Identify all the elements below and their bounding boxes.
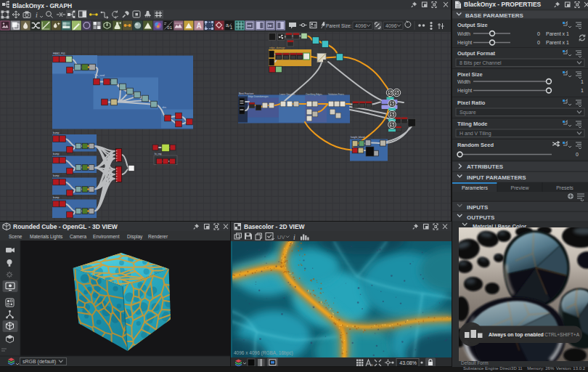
- svg-text:dirs: dirs: [163, 106, 167, 109]
- svg-text:01: 01: [167, 25, 172, 30]
- svg-text:Scene: Scene: [9, 234, 23, 239]
- svg-text:bump: bump: [53, 196, 60, 199]
- svg-text:Parameters: Parameters: [462, 185, 489, 190]
- svg-text:Camera: Camera: [70, 234, 87, 239]
- svg-text:N: N: [371, 364, 373, 366]
- svg-text:Default Form: Default Form: [461, 360, 489, 365]
- svg-text:Random Seed: Random Seed: [457, 142, 494, 148]
- svg-text:Square: Square: [460, 110, 476, 116]
- svg-text:0: 0: [576, 152, 579, 157]
- svg-text:Environment: Environment: [93, 234, 120, 239]
- svg-text:Width: Width: [457, 79, 470, 84]
- svg-text:Tiling Mode: Tiling Mode: [457, 121, 488, 127]
- svg-text:4096 x 4096 (RGBA, 16bpc): 4096 x 4096 (RGBA, 16bpc): [234, 350, 293, 356]
- svg-text:hi_rng: hi_rng: [155, 152, 162, 155]
- svg-text:OUTPUTS: OUTPUTS: [467, 214, 495, 221]
- svg-text:4096: 4096: [385, 23, 397, 28]
- svg-text:Validation Fixers: Validation Fixers: [328, 92, 344, 95]
- svg-text:1: 1: [581, 79, 584, 84]
- svg-text:i: i: [293, 233, 295, 241]
- svg-text:Parent x 1: Parent x 1: [546, 31, 569, 36]
- svg-text:0: 0: [537, 40, 540, 45]
- svg-text:BlackOnyx - PROPERTIES: BlackOnyx - PROPERTIES: [464, 1, 542, 8]
- svg-text:FBM2_P01: FBM2_P01: [53, 52, 65, 54]
- svg-text:Pixel Size: Pixel Size: [457, 71, 483, 78]
- svg-text:Edge Downdamages: Edge Downdamages: [248, 94, 269, 97]
- svg-text:Height: Height: [457, 40, 472, 46]
- svg-text:Materials: Materials: [30, 234, 49, 239]
- svg-text:Overlilting Edges: Overlilting Edges: [306, 92, 322, 95]
- svg-text:i: i: [36, 11, 38, 19]
- svg-text:Lights: Lights: [50, 234, 63, 240]
- svg-text:sRGB (default): sRGB (default): [23, 359, 56, 365]
- svg-text:Pixel Ratio: Pixel Ratio: [457, 100, 486, 106]
- svg-text:bump: bump: [53, 131, 60, 134]
- svg-text:A: A: [196, 22, 201, 30]
- svg-text:Output Format: Output Format: [457, 50, 496, 57]
- svg-text:INPUT PARAMETERS: INPUT PARAMETERS: [467, 174, 526, 181]
- svg-text:1: 1: [581, 88, 584, 93]
- svg-text:H and V Tiling: H and V Tiling: [460, 131, 491, 137]
- svg-text:8 Bits per Channel: 8 Bits per Channel: [460, 60, 502, 66]
- svg-text:Output Size: Output Size: [457, 22, 488, 28]
- svg-text:Basecolor - 2D VIEW: Basecolor - 2D VIEW: [244, 223, 306, 230]
- svg-text:height_blend: height_blend: [351, 136, 365, 139]
- svg-text:Height: Height: [457, 88, 472, 94]
- svg-text:Presets: Presets: [556, 185, 573, 190]
- svg-text:Always on top enabled: Always on top enabled: [489, 332, 544, 338]
- svg-text:Renderer: Renderer: [148, 234, 168, 239]
- svg-text:UV: UV: [277, 234, 285, 240]
- svg-text:Preview: Preview: [511, 185, 530, 190]
- svg-text:Parent Size:: Parent Size:: [326, 23, 352, 28]
- svg-text:edge_damage: edge_damage: [269, 46, 285, 49]
- svg-text:INPUTS: INPUTS: [467, 204, 489, 211]
- svg-text:43.08%: 43.08%: [399, 360, 417, 365]
- svg-text:4096: 4096: [355, 23, 367, 28]
- svg-text:a: a: [226, 23, 229, 28]
- svg-text:Parent x 1: Parent x 1: [546, 40, 569, 45]
- svg-text:Width: Width: [457, 31, 470, 36]
- svg-text:BASE PARAMETERS: BASE PARAMETERS: [465, 12, 524, 19]
- svg-text:ATTRIBUTES: ATTRIBUTES: [467, 163, 504, 170]
- svg-text:0: 0: [537, 31, 540, 36]
- svg-text:Display: Display: [127, 234, 143, 240]
- svg-text:bump: bump: [53, 153, 60, 155]
- svg-text:CTRL+SHIFT+A: CTRL+SHIFT+A: [544, 332, 579, 337]
- svg-text:Rounded Cube - OpenGL - 3D VIE: Rounded Cube - OpenGL - 3D VIEW: [13, 223, 118, 230]
- svg-text:bump: bump: [53, 174, 60, 177]
